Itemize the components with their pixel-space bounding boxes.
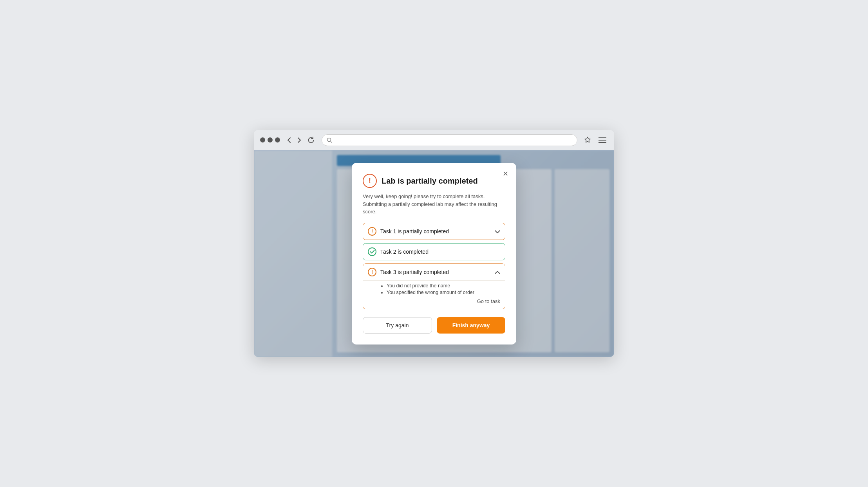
task-1-label: Task 1 is partially completed	[380, 228, 449, 234]
bookmark-button[interactable]	[582, 135, 593, 146]
close-icon: ✕	[503, 170, 508, 178]
browser-content: ✕ ! Lab is partially completed Very well…	[254, 150, 614, 357]
task-3-chevron	[495, 269, 500, 275]
task-1-left: ! Task 1 is partially completed	[368, 227, 449, 236]
modal-overlay: ✕ ! Lab is partially completed Very well…	[254, 150, 614, 357]
modal-subtitle: Very well, keep going! please try to com…	[363, 193, 505, 216]
menu-button[interactable]	[597, 136, 608, 144]
back-button[interactable]	[285, 135, 293, 145]
task-3-header[interactable]: ! Task 3 is partially completed	[363, 264, 505, 280]
reload-button[interactable]	[305, 135, 317, 145]
browser-window: ✕ ! Lab is partially completed Very well…	[254, 130, 614, 357]
task-3-label: Task 3 is partially completed	[380, 269, 449, 275]
task-3-left: ! Task 3 is partially completed	[368, 268, 449, 276]
task-item-1: ! Task 1 is partially completed	[363, 223, 505, 240]
modal-dialog: ✕ ! Lab is partially completed Very well…	[352, 163, 516, 345]
hamburger-icon	[599, 137, 606, 143]
task-1-chevron	[495, 228, 500, 234]
forward-button[interactable]	[295, 135, 304, 145]
url-input[interactable]	[335, 137, 572, 143]
task-1-header[interactable]: ! Task 1 is partially completed	[363, 223, 505, 240]
traffic-light-3	[275, 137, 280, 142]
modal-actions: Try again Finish anyway	[363, 317, 505, 334]
task-2-label: Task 2 is completed	[380, 249, 429, 255]
task-3-issues: You did not provide the name You specifi…	[380, 283, 500, 295]
toolbar-actions	[582, 135, 608, 146]
task-2-status-icon	[368, 247, 376, 256]
tasks-list: ! Task 1 is partially completed	[363, 223, 505, 309]
task-3-issue-2: You specified the wrong amount of order	[387, 290, 500, 295]
task-3-status-icon: !	[368, 268, 376, 276]
finish-anyway-button[interactable]: Finish anyway	[437, 317, 505, 334]
task-2-left: Task 2 is completed	[368, 247, 429, 256]
task-3-issue-1: You did not provide the name	[387, 283, 500, 289]
modal-title: Lab is partially completed	[382, 177, 478, 186]
nav-buttons	[285, 135, 317, 145]
address-bar[interactable]	[322, 134, 577, 146]
close-button[interactable]: ✕	[500, 168, 511, 179]
browser-toolbar	[254, 130, 614, 150]
task-2-header[interactable]: Task 2 is completed	[363, 243, 505, 260]
traffic-lights	[260, 137, 280, 142]
warning-icon: !	[363, 174, 377, 188]
task-item-2: Task 2 is completed	[363, 243, 505, 260]
svg-point-0	[327, 138, 331, 141]
go-to-task-link[interactable]: Go to task	[380, 298, 500, 304]
search-icon	[327, 137, 332, 143]
star-icon	[584, 136, 591, 144]
task-1-status-icon: !	[368, 227, 376, 236]
task-3-details: You did not provide the name You specifi…	[363, 280, 505, 309]
task-item-3: ! Task 3 is partially completed You did …	[363, 263, 505, 309]
traffic-light-1	[260, 137, 265, 142]
traffic-light-2	[268, 137, 273, 142]
try-again-button[interactable]: Try again	[363, 317, 432, 334]
modal-header: ! Lab is partially completed	[363, 174, 505, 188]
